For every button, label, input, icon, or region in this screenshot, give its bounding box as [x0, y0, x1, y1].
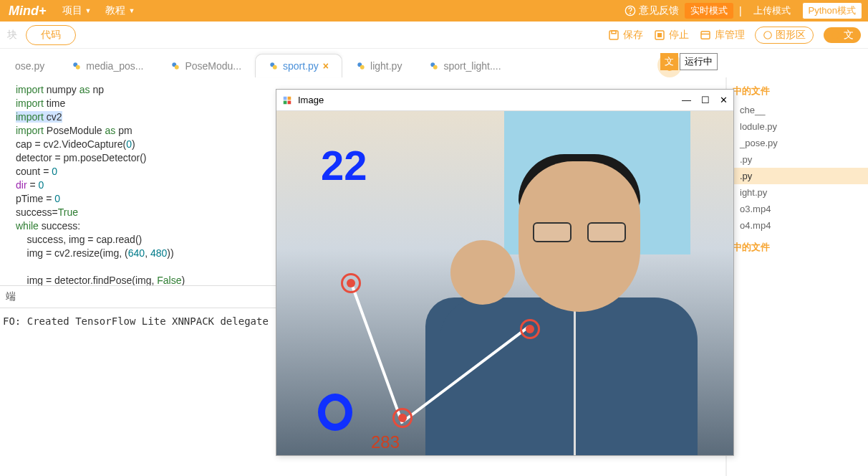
cv-title: Image [298, 95, 324, 105]
pose-node [341, 273, 361, 293]
svg-rect-21 [288, 96, 291, 100]
svg-point-13 [175, 65, 179, 70]
svg-point-17 [360, 65, 365, 70]
view-code[interactable]: 代码 [26, 25, 76, 45]
run-status: 文 运行中 [660, 53, 718, 70]
view-blocks[interactable]: 块 [3, 26, 21, 44]
python-icon [72, 61, 82, 71]
tab-media-pose[interactable]: media_pos... [58, 54, 157, 77]
python-icon [170, 61, 180, 71]
svg-point-9 [832, 31, 840, 39]
svg-rect-22 [284, 100, 287, 104]
file-item-active[interactable]: .py [727, 168, 868, 184]
python-icon [429, 61, 439, 71]
graph-icon [763, 30, 773, 40]
tab-posemodule[interactable]: PoseModu... [157, 54, 255, 77]
file-item[interactable]: o4.mp4 [727, 217, 868, 234]
pose-node [520, 319, 540, 339]
pose-node [392, 408, 413, 428]
editor-tabs: ose.py media_pos... PoseModu... sport.py… [0, 49, 868, 77]
cv-frame: 22 283 [276, 111, 733, 455]
close-button[interactable]: ✕ [720, 95, 728, 105]
library-icon [699, 29, 712, 42]
maximize-button[interactable]: ☐ [701, 95, 710, 105]
opencv-window[interactable]: Image — ☐ ✕ 22 283 [276, 89, 734, 456]
svg-point-8 [764, 31, 772, 39]
menu-project[interactable]: 项目▼ [55, 4, 99, 17]
file-item[interactable]: che__ [727, 102, 868, 118]
mode-python[interactable]: Python模式 [802, 2, 862, 19]
svg-rect-20 [284, 96, 287, 100]
app-icon [282, 95, 292, 105]
file-item[interactable]: lodule.py [727, 118, 868, 135]
caret-down-icon: ▼ [85, 7, 92, 14]
close-tab-icon[interactable]: × [323, 60, 329, 72]
tab-ose[interactable]: ose.py [1, 54, 58, 77]
save-button[interactable]: 保存 [607, 29, 643, 42]
library-button[interactable]: 库管理 [699, 29, 745, 42]
file-item[interactable]: ight.py [727, 184, 868, 201]
pose-line [351, 285, 404, 424]
stop-icon [653, 29, 666, 42]
mode-realtime[interactable]: 实时模式 [685, 3, 733, 19]
toolbar: 块 代码 保存 停止 库管理 图形区 文 [0, 22, 868, 49]
tab-light[interactable]: light.py [342, 54, 415, 77]
python-icon [269, 61, 279, 71]
tab-sport[interactable]: sport.py× [255, 54, 342, 77]
files-header-2: 中的文件 [727, 234, 868, 258]
files-header-1: 中的文件 [727, 77, 868, 102]
app-logo: Mind+ [0, 4, 55, 19]
cv-titlebar[interactable]: Image — ☐ ✕ [276, 90, 733, 111]
mode-upload[interactable]: 上传模式 [748, 3, 796, 19]
phase-circle [318, 394, 352, 431]
svg-point-19 [433, 65, 438, 70]
doc-icon [831, 30, 841, 40]
stop-button[interactable]: 停止 [653, 29, 689, 42]
svg-point-15 [273, 65, 277, 70]
svg-point-1 [630, 14, 631, 14]
question-icon [625, 5, 636, 16]
feedback-link[interactable]: 意见反馈 [625, 4, 679, 17]
person-figure [418, 154, 719, 455]
angle-overlay: 283 [371, 432, 400, 452]
top-menu-bar: Mind+ 项目▼ 教程▼ 意见反馈 实时模式 | 上传模式 Python模式 [0, 0, 868, 22]
save-icon [607, 29, 620, 42]
svg-rect-2 [609, 31, 618, 39]
svg-rect-3 [612, 31, 616, 34]
file-item[interactable]: o3.mp4 [727, 201, 868, 217]
caret-down-icon: ▼ [128, 7, 135, 14]
svg-rect-23 [288, 100, 291, 104]
graph-area-button[interactable]: 图形区 [755, 27, 814, 44]
python-icon [356, 61, 366, 71]
minimize-button[interactable]: — [682, 95, 691, 105]
svg-rect-6 [701, 31, 710, 39]
svg-point-11 [76, 65, 80, 70]
tab-sport-light[interactable]: sport_light.... [415, 54, 514, 77]
doc-button[interactable]: 文 [824, 27, 861, 43]
file-explorer: 中的文件 che__ lodule.py _pose.py .py .py ig… [726, 77, 868, 476]
file-item[interactable]: .py [727, 151, 868, 168]
svg-rect-5 [658, 33, 662, 37]
menu-tutorial[interactable]: 教程▼ [98, 4, 142, 17]
file-item[interactable]: _pose.py [727, 135, 868, 151]
counter-overlay: 22 [321, 141, 367, 189]
